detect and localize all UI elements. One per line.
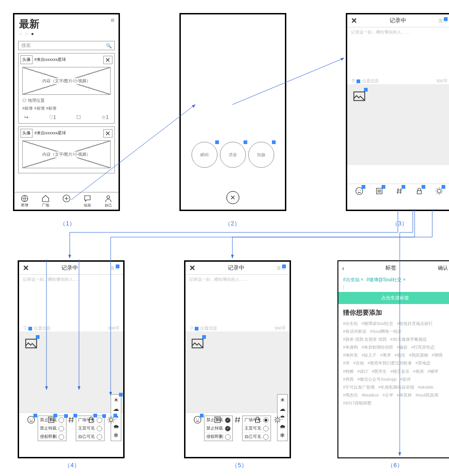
tag-suggestion[interactable]: #有首歌唱给你听 [362, 344, 393, 351]
tag-suggestion[interactable]: #美术 [380, 351, 391, 359]
pin-icon[interactable] [351, 79, 356, 84]
hash-icon[interactable] [67, 416, 75, 425]
tag-suggestion[interactable]: #相亲 [413, 368, 424, 376]
like-icon[interactable]: ♡1 [49, 114, 56, 120]
tag-suggestion[interactable]: #古琴 [383, 391, 393, 399]
weather-icon[interactable] [273, 416, 282, 425]
tag-suggestion[interactable]: #单身狗 [343, 344, 358, 351]
tab-planet[interactable]: 星球 [20, 194, 29, 208]
list-icon[interactable] [47, 416, 55, 425]
image-area[interactable] [347, 84, 449, 165]
hash-icon[interactable] [233, 416, 242, 425]
tag-suggestion[interactable]: #诗 [343, 359, 350, 367]
tag-suggestion[interactable]: #脱单 找我 女朋友 找我 [343, 336, 387, 344]
lock-icon[interactable] [87, 416, 95, 425]
tag-suggestion[interactable]: #ukulele [418, 383, 434, 391]
selected-tags[interactable]: #出生站 ×#微博@Soul社交 × [338, 275, 449, 285]
svg-point-24 [276, 418, 280, 422]
hash-icon[interactable] [395, 187, 403, 196]
image-icon[interactable] [191, 337, 204, 351]
star-icon[interactable]: ☆1 [101, 114, 109, 120]
btn-voice[interactable]: 语音 [220, 142, 246, 168]
tab-add[interactable] [62, 194, 71, 208]
tag-suggestion[interactable]: #米其林 [397, 391, 412, 399]
screen-2-create: 瞬间 语音 拍摄 ✕ [179, 13, 286, 211]
tag-suggestion[interactable]: #长按私聊内容举报 [378, 383, 414, 391]
avatar[interactable]: 头像 [20, 129, 33, 138]
svg-point-14 [32, 419, 33, 420]
tags-title: 标签 [344, 264, 438, 272]
pin-icon[interactable] [23, 326, 27, 331]
tag-suggestion[interactable]: #影评 [400, 376, 411, 383]
close-icon[interactable]: ✕ [23, 264, 29, 272]
location-label[interactable]: 位置信息 [362, 78, 379, 84]
share-icon[interactable]: ↪ [24, 114, 28, 120]
editor-title: 记录中 [357, 17, 438, 25]
editor-title: 记录中 [29, 264, 110, 272]
tab-msg[interactable]: 信息 [83, 194, 92, 208]
emoji-icon[interactable] [27, 416, 35, 425]
svg-rect-16 [89, 419, 93, 423]
tag-suggestion[interactable]: #吉他 [353, 359, 364, 367]
tag-suggestion[interactable]: #不可以发广告哦 [343, 383, 375, 391]
image-icon[interactable] [353, 90, 366, 104]
tag-suggestion[interactable]: #医学生 [372, 368, 387, 376]
close-icon[interactable]: ✕ [226, 191, 239, 204]
lock-icon[interactable] [253, 416, 262, 425]
tab-square[interactable]: 广场 [41, 194, 50, 208]
avatar[interactable]: 头像 [20, 55, 33, 64]
generate-tag-button[interactable]: 点击生成标签 [338, 292, 449, 304]
tag-suggestion[interactable]: #那些年我们爱过的歌者 [368, 359, 412, 367]
btn-moment[interactable]: 瞬间 [191, 142, 218, 168]
tab-me[interactable]: 自己 [104, 194, 112, 208]
tag-suggestion[interactable]: #独立音乐 [390, 368, 409, 376]
confirm-button[interactable]: 确认 [438, 264, 448, 271]
tag-suggestion[interactable]: #设计 [357, 368, 368, 376]
emoji-icon[interactable] [355, 187, 363, 196]
search-input[interactable]: 搜索🔍 [18, 41, 115, 50]
tag-suggestion[interactable]: #微博@Soul社交 [362, 320, 393, 328]
tag-suggestion[interactable]: #周杰伦 [343, 391, 358, 399]
lock-icon[interactable] [415, 187, 423, 196]
caption-6: （6） [381, 461, 409, 469]
list-icon[interactable] [375, 187, 383, 196]
editor-textarea[interactable]: 记录这一刻，晒给懂你的人…… [347, 27, 449, 37]
tag-suggestion[interactable]: #beatbox [362, 391, 379, 399]
tag-suggestion[interactable]: #弹唱 [432, 351, 442, 359]
card-close-icon[interactable]: ✕ [103, 129, 112, 138]
close-icon[interactable]: ✕ [189, 264, 195, 272]
card-close-icon[interactable]: ✕ [103, 56, 112, 64]
btn-shoot[interactable]: 拍摄 [248, 142, 274, 168]
tag-suggestion[interactable]: #娃儿子 [362, 351, 376, 359]
tag-suggestion[interactable]: #2017连锁拼图 [343, 399, 371, 407]
tag-suggestion[interactable]: #出生站 [343, 320, 358, 328]
weather-icon[interactable] [435, 187, 443, 196]
tag-suggestion[interactable]: #海外党 [343, 351, 358, 359]
tag-suggestion[interactable]: #收拾好灵魂去旅行 [397, 320, 433, 328]
svg-point-3 [353, 79, 354, 80]
close-icon[interactable]: ✕ [351, 16, 357, 25]
tag-suggestion[interactable]: #打死异性恋 [411, 344, 435, 351]
screen-1-feed: ılıl 最新 ○ ○ ● 搜索🔍 头像 #来自xxxxxx星球 ✕ 内容（文字… [13, 13, 120, 211]
tag-suggestion[interactable]: #Soul网络一线牵 [370, 328, 402, 336]
image-icon[interactable] [25, 337, 38, 351]
tag-suggestion[interactable]: #摄影 [397, 344, 408, 351]
list-icon[interactable] [213, 416, 222, 425]
editor-textarea[interactable]: 记录这一刻，晒给懂你的人…… [19, 275, 123, 284]
tag-suggestion[interactable]: #画画 [343, 376, 354, 383]
tag-suggestion[interactable]: #soul民政局 [416, 391, 438, 399]
tag-suggestion[interactable]: #我的宠物 [409, 351, 428, 359]
tag-cloud[interactable]: #出生站#微博@Soul社交#收拾好灵魂去旅行#有话对家说#Soul网络一线牵#… [338, 320, 449, 407]
emoji-icon[interactable] [193, 416, 202, 425]
tag-suggestion[interactable]: #前任 [395, 351, 405, 359]
tag-suggestion[interactable]: #有话对家说 [343, 328, 366, 336]
tag-input[interactable]: | [338, 285, 449, 290]
comment-icon[interactable]: ☐ [76, 114, 81, 120]
tag-suggestion[interactable]: #狗粮 [343, 368, 354, 376]
tag-suggestion[interactable]: #异地恋 [416, 359, 430, 367]
tag-suggestion[interactable]: #微信公众号SoulApp [357, 376, 396, 383]
tab-bar: 星球 广场 信息 自己 [14, 192, 119, 210]
tag-suggestion[interactable]: #30天健康早餐挑战 [390, 336, 427, 344]
weather-icon[interactable] [107, 416, 115, 425]
tag-suggestion[interactable]: #钢琴 [428, 368, 438, 376]
